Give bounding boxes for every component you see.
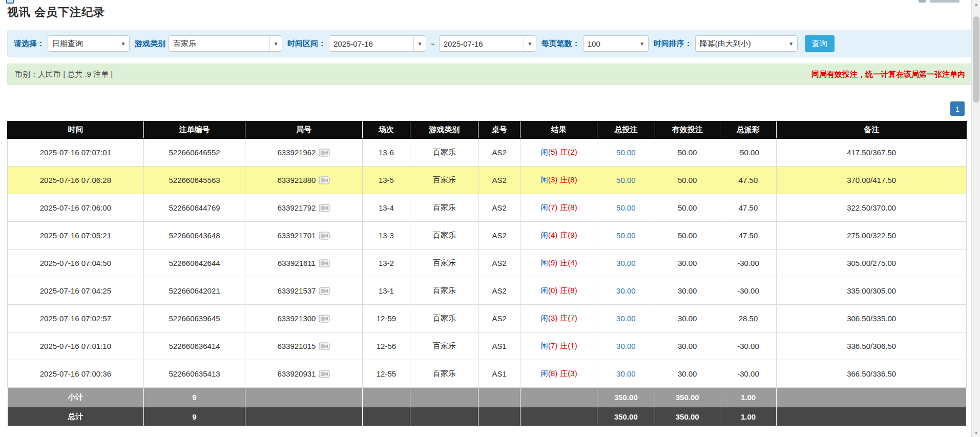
game-type: 百家乐 bbox=[410, 139, 478, 167]
bet-time: 2025-07-16 07:01:10 bbox=[8, 332, 144, 360]
search-button[interactable]: 查询 bbox=[805, 35, 835, 52]
total-bet-link[interactable]: 50.00 bbox=[616, 148, 636, 157]
video-replay-icon[interactable] bbox=[319, 259, 330, 268]
result-cell: 闲(4)庄(9) bbox=[520, 222, 597, 249]
result-cell: 闲(3)庄(7) bbox=[520, 305, 597, 332]
chevron-down-icon[interactable]: ▼ bbox=[636, 36, 648, 51]
payout: 28.50 bbox=[720, 305, 776, 332]
table-number: AS2 bbox=[478, 249, 520, 277]
total-bet-link[interactable]: 50.00 bbox=[616, 231, 636, 240]
valid-bet: 30.00 bbox=[655, 249, 720, 277]
video-replay-icon[interactable] bbox=[319, 176, 330, 185]
round-id: 633921880 bbox=[277, 176, 316, 184]
banker-result: 庄 bbox=[560, 258, 568, 267]
chevron-down-icon[interactable]: ▼ bbox=[524, 36, 536, 51]
bet-time: 2025-07-16 07:00:36 bbox=[8, 360, 144, 388]
round-cell: 633921300 bbox=[245, 305, 362, 332]
video-replay-icon[interactable] bbox=[319, 286, 330, 296]
date-from-select[interactable]: 2025-07-16 ▼ bbox=[329, 35, 426, 52]
banker-result: 庄 bbox=[560, 369, 568, 378]
banker-result: 庄 bbox=[560, 341, 568, 350]
grand-total-payout: 1.00 bbox=[720, 407, 776, 426]
video-replay-icon[interactable] bbox=[319, 369, 330, 379]
chevron-down-icon[interactable]: ▼ bbox=[785, 36, 797, 51]
result-cell: 闲(9)庄(4) bbox=[520, 249, 597, 277]
total-bet-link[interactable]: 50.00 bbox=[616, 176, 636, 184]
scroll-up-icon[interactable]: ▲ bbox=[972, 0, 980, 8]
table-row: 2025-07-16 07:06:28 522660645563 6339218… bbox=[8, 167, 967, 194]
remark: 305.00/275.00 bbox=[777, 249, 967, 277]
table-header-row: 时间注单编号局号场次游戏类别桌号结果总投注有效投注总派彩备注 bbox=[8, 121, 967, 139]
grand-total-row: 总计 9 350.00 350.00 1.00 bbox=[8, 407, 967, 426]
subtotal-row: 小计 9 350.00 350.00 1.00 bbox=[8, 388, 967, 407]
round-id: 633920931 bbox=[277, 369, 316, 378]
scroll-down-icon[interactable]: ▼ bbox=[972, 429, 980, 437]
clipped-top-strip bbox=[0, 0, 980, 5]
video-replay-icon[interactable] bbox=[319, 342, 330, 351]
chevron-down-icon[interactable]: ▼ bbox=[413, 36, 426, 51]
banker-result: 庄 bbox=[560, 286, 568, 295]
total-bet-cell: 50.00 bbox=[597, 139, 655, 167]
bet-id: 522660646552 bbox=[143, 139, 245, 167]
grand-total-label: 总计 bbox=[8, 407, 144, 426]
column-header: 游戏类别 bbox=[410, 121, 478, 139]
column-header: 注单编号 bbox=[143, 121, 245, 139]
game-type: 百家乐 bbox=[410, 332, 478, 360]
clipped-grid-icon bbox=[919, 0, 926, 3]
total-bet-link[interactable]: 30.00 bbox=[616, 314, 636, 323]
round-cell: 633920931 bbox=[245, 360, 362, 388]
total-bet-link[interactable]: 30.00 bbox=[616, 286, 636, 295]
session-number: 13-1 bbox=[362, 277, 410, 305]
payout: -30.00 bbox=[720, 249, 776, 277]
page-button-1[interactable]: 1 bbox=[950, 101, 965, 116]
session-number: 13-2 bbox=[362, 249, 410, 277]
session-number: 12-59 bbox=[362, 305, 410, 332]
sort-order-select[interactable]: 降冪(由大到小) ▼ bbox=[695, 35, 798, 52]
query-type-value: 日期查询 bbox=[48, 36, 117, 51]
chevron-down-icon[interactable]: ▼ bbox=[269, 36, 282, 51]
total-bet-cell: 50.00 bbox=[597, 222, 655, 249]
total-bet-link[interactable]: 30.00 bbox=[616, 259, 636, 267]
total-bet-link[interactable]: 30.00 bbox=[616, 369, 636, 378]
page-size-select[interactable]: 100 ▼ bbox=[583, 35, 649, 52]
round-id: 633921792 bbox=[277, 203, 316, 212]
column-header: 桌号 bbox=[478, 121, 520, 139]
round-id: 633921611 bbox=[278, 259, 316, 267]
scrollbar-thumb[interactable] bbox=[973, 16, 979, 102]
video-replay-icon[interactable] bbox=[319, 231, 330, 240]
player-result: 闲 bbox=[540, 231, 548, 239]
total-bet-link[interactable]: 50.00 bbox=[616, 203, 636, 212]
player-result: 闲 bbox=[540, 286, 548, 295]
video-replay-icon[interactable] bbox=[319, 314, 330, 323]
total-bet-link[interactable]: 30.00 bbox=[616, 342, 636, 350]
banker-result: 庄 bbox=[560, 314, 568, 322]
video-replay-icon[interactable] bbox=[319, 203, 330, 213]
date-from-value: 2025-07-16 bbox=[329, 36, 413, 51]
vertical-scrollbar[interactable]: ▲ ▼ bbox=[971, 0, 980, 437]
query-type-select[interactable]: 日期查询 ▼ bbox=[48, 35, 130, 52]
page-canvas: 视讯 会员下注纪录 请选择： 日期查询 ▼ 游戏类别 百家乐 ▼ 时间区间： 2… bbox=[0, 0, 980, 437]
remark: 336.50/306.50 bbox=[777, 332, 967, 360]
bet-id: 522660643648 bbox=[143, 222, 245, 249]
round-cell: 633921792 bbox=[245, 194, 362, 222]
column-header: 时间 bbox=[8, 121, 144, 139]
game-type-select[interactable]: 百家乐 ▼ bbox=[169, 35, 282, 52]
table-number: AS2 bbox=[478, 277, 520, 305]
game-type: 百家乐 bbox=[410, 277, 478, 305]
table-number: AS2 bbox=[478, 222, 520, 249]
chevron-down-icon[interactable]: ▼ bbox=[117, 36, 129, 51]
column-header: 结果 bbox=[520, 121, 597, 139]
session-number: 13-6 bbox=[362, 139, 410, 167]
page-size-label: 每页笔数： bbox=[541, 39, 580, 49]
video-replay-icon[interactable] bbox=[319, 148, 330, 157]
date-to-select[interactable]: 2025-07-16 ▼ bbox=[439, 35, 536, 52]
grand-total-valid-bet: 350.00 bbox=[655, 407, 720, 426]
player-result: 闲 bbox=[540, 175, 548, 184]
total-bet-cell: 50.00 bbox=[597, 167, 655, 194]
round-cell: 633921537 bbox=[245, 277, 362, 305]
table-body: 2025-07-16 07:07:01 522660646552 6339219… bbox=[8, 139, 967, 388]
table-number: AS2 bbox=[478, 167, 520, 194]
total-bet-cell: 30.00 bbox=[597, 305, 655, 332]
valid-bet: 50.00 bbox=[655, 139, 720, 167]
round-id: 633921537 bbox=[277, 286, 316, 295]
